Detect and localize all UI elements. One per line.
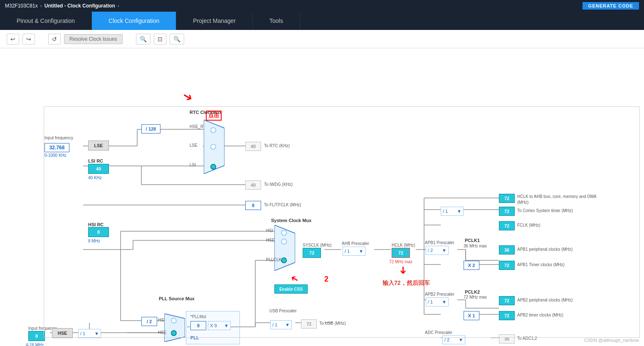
input-freq2-value[interactable]: 8 (28, 331, 45, 341)
pll-src-radio-hsi[interactable] (171, 318, 177, 324)
breadcrumb-home[interactable]: M32F103C81x (5, 3, 38, 9)
pclk1-label: PCLK1 (465, 238, 480, 243)
to-usb-value[interactable]: 72 (301, 319, 317, 329)
hse-block[interactable]: HSE (52, 328, 73, 338)
resolve-clock-button[interactable]: Resolve Clock Issues (64, 34, 123, 44)
sys-clk-mux-label: System Clock Mux (271, 218, 311, 223)
cortex-div-select[interactable]: / 1 ▼ (441, 207, 464, 216)
lsi-unit: 40 KHz (88, 175, 102, 180)
annotation-2: 2 (324, 275, 328, 284)
input-freq2-range: 4-16 MHz (26, 343, 44, 346)
adc-value[interactable]: 36 (499, 334, 515, 344)
watermark: CSDN @although_rainbow (584, 338, 639, 343)
pclk1-max-label: 36 MHz max (464, 244, 487, 248)
rtc-mux-radio-lsi[interactable] (210, 164, 216, 170)
diagram-area: Input frequency 32.768 0-1000 KHz LSE LS… (0, 48, 644, 346)
zoom-out-button[interactable]: 🔍 (170, 34, 184, 44)
undo-button[interactable]: ↩ (7, 34, 19, 44)
fclk-label: FCLK (MHz) (517, 223, 540, 227)
lse-wire-label: LSE (190, 143, 197, 148)
hclk-value[interactable]: 72 (392, 248, 410, 258)
tab-tools[interactable]: Tools (253, 12, 300, 30)
tab-project[interactable]: Project Manager (176, 12, 253, 30)
top-bar: M32F103C81x › Untitled - Clock Configura… (0, 0, 644, 12)
breadcrumb: M32F103C81x › Untitled - Clock Configura… (5, 3, 119, 9)
pllmul-x9-select[interactable]: X 9 ▼ (208, 321, 231, 330)
apb2-div-select[interactable]: / 1 ▼ (426, 297, 449, 306)
pllmul-label: *PLLMul (190, 314, 206, 319)
pll-div2[interactable]: / 2 (141, 317, 157, 326)
cortex-timer-label: To Cortex System timer (MHz) (517, 208, 573, 213)
ahb-prescaler-label: AHB Prescaler (342, 241, 369, 246)
apb1-div-select[interactable]: / 2 ▼ (426, 246, 449, 255)
refresh-button[interactable]: ↺ (48, 34, 61, 44)
rtc-mux-radio-lse[interactable] (210, 144, 216, 150)
adc-label: To ADC1,2 (517, 336, 537, 341)
hclk-ahb-value[interactable]: 72 (499, 194, 515, 203)
fclk-value[interactable]: 72 (499, 221, 515, 230)
lse-block[interactable]: LSE (88, 141, 109, 151)
input-freq-range: 0-1000 KHz (44, 153, 67, 158)
rtc-mux-radio-hse[interactable] (210, 127, 216, 133)
adc-prescaler-label: ADC Prescaler (425, 330, 452, 335)
apb2-timer-value[interactable]: 72 (499, 311, 515, 320)
apb2-periph-value[interactable]: 72 (499, 296, 515, 305)
ahb-div-select[interactable]: / 1 ▼ (343, 247, 365, 256)
input-freq-value[interactable]: 32.768 (44, 143, 69, 152)
sysclk-label: SYSCLK (MHz) (303, 243, 331, 247)
breadcrumb-sep2: › (118, 3, 119, 9)
pclk2-label: PCLK2 (465, 289, 480, 294)
cortex-timer-value[interactable]: 72 (499, 207, 515, 216)
tab-pinout[interactable]: Pinout & Configuration (0, 12, 92, 30)
apb2-periph-label: APB2 peripheral clocks (MHz) (517, 298, 572, 302)
hse-div1-select[interactable]: / 1 ▼ (78, 329, 101, 338)
x2-block[interactable]: X 2 (464, 261, 479, 270)
enable-css-button[interactable]: Enable CSS (274, 284, 308, 294)
pll-src-radio-hse[interactable] (171, 330, 177, 336)
hse-div128[interactable]: / 128 (141, 124, 160, 133)
tab-clock[interactable]: Clock Configuration (92, 12, 176, 30)
pclk2-max-label: 72 MHz max (464, 295, 487, 299)
to-flitfclk-label: To FLITFCLK (MHz) (264, 203, 301, 207)
breadcrumb-current: Untitled - Clock Configuration (44, 3, 115, 9)
lsi-rc-label: LSI RC (88, 158, 103, 163)
apb1-timer-value[interactable]: 72 (499, 261, 515, 270)
apb1-periph-value[interactable]: 36 (499, 245, 515, 255)
input-freq-label: Input frequency (44, 136, 73, 140)
hclk-ahb-label: HCLK to AHB bus, core, memory and DMA (M… (517, 194, 600, 205)
fit-button[interactable]: ⊡ (154, 34, 166, 44)
nav-tabs: Pinout & Configuration Clock Configurati… (0, 12, 644, 30)
pll-source-label: PLL Source Mux (159, 296, 195, 301)
pll-label: PLL (190, 335, 199, 340)
sysclk-mux-radio-hse[interactable] (281, 239, 287, 245)
breadcrumb-sep: › (40, 3, 42, 9)
to-iwdg-value[interactable]: 40 (245, 180, 261, 190)
usb-div-select[interactable]: / 1 ▼ (270, 320, 292, 329)
hsi-block[interactable]: 8 (88, 227, 109, 237)
to-usb-label: To USB (MHz) (319, 321, 346, 326)
apb1-periph-label: APB1 peripheral clocks (MHz) (517, 247, 572, 252)
apb2-timer-label: APB2 timer clocks (MHz) (517, 313, 563, 317)
lsi-block[interactable]: 40 (88, 164, 109, 174)
pllclk-wire-label: PLLCLK (266, 257, 281, 262)
apb2-prescaler-label: APB2 Prescaler (425, 292, 454, 297)
pllmul-value[interactable]: 8 (190, 321, 206, 330)
hsi-unit: 8 MHz (88, 239, 100, 243)
zoom-in-button[interactable]: 🔍 (136, 34, 151, 44)
hsi-wire-label: HSI (266, 228, 273, 233)
to-flitfclk-value[interactable]: 8 (245, 201, 261, 210)
generate-code-button[interactable]: GENERATE CODE (582, 2, 639, 10)
adc-div-select[interactable]: / 2 ▼ (442, 335, 465, 344)
sysclk-mux-radio-hsi[interactable] (281, 230, 287, 236)
pll-hsi-label: HSI (158, 318, 165, 322)
apb1-prescaler-label: APB1 Prescaler (425, 240, 454, 245)
pll-hse-label: HSE (158, 330, 167, 335)
x1-block[interactable]: X 1 (464, 311, 479, 320)
to-rtc-value[interactable]: 40 (245, 142, 261, 151)
sysclk-mux-radio-pll[interactable] (281, 257, 287, 263)
apb1-timer-label: APB1 Timer clocks (MHz) (517, 262, 565, 267)
usb-prescaler-label: USB Prescaler (269, 309, 297, 313)
lsi-wire-label: LSI (190, 163, 196, 167)
redo-button[interactable]: ↪ (22, 34, 35, 44)
sysclk-value[interactable]: 72 (303, 248, 321, 258)
